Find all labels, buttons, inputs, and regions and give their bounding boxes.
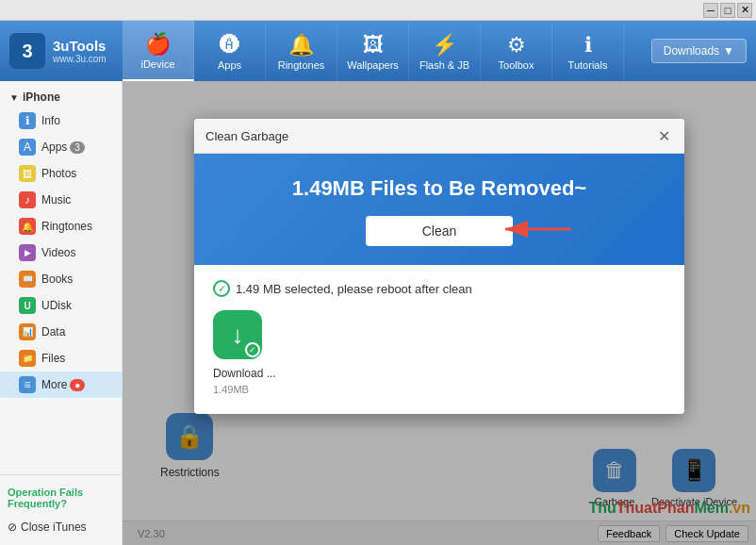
main-area: ▼ iPhone ℹ Info A Apps 3 🖼 Photos ♪ Musi…	[0, 81, 756, 545]
sidebar-item-data[interactable]: 📊 Data	[0, 319, 122, 345]
nav-tabs: 🍎 iDevice 🅐 Apps 🔔 Ringtones 🖼 Wallpaper…	[123, 21, 651, 81]
modal-close-button[interactable]: ✕	[654, 126, 673, 145]
ringtones-sidebar-icon: 🔔	[19, 218, 36, 235]
info-icon: ℹ	[19, 112, 36, 129]
selected-info: ✓ 1.49 MB selected, please reboot after …	[213, 280, 666, 297]
downloads-button[interactable]: Downloads ▼	[651, 39, 747, 63]
sidebar-books-label: Books	[41, 272, 73, 286]
dl-check-icon: ✓	[245, 342, 260, 357]
sidebar-item-books[interactable]: 📖 Books	[0, 266, 122, 292]
close-btn[interactable]: ✕	[737, 3, 752, 18]
tab-idevice-label: iDevice	[140, 58, 174, 70]
sidebar-udisk-label: UDisk	[41, 299, 72, 312]
books-icon: 📖	[19, 271, 36, 288]
tab-apps-label: Apps	[218, 59, 241, 71]
download-icon: ↓ ✓	[213, 310, 262, 359]
toolbox-icon: ⚙	[507, 33, 526, 58]
tab-tutorials-label: Tutorials	[568, 59, 608, 71]
modal-top-area: 1.49MB Files to Be Removed~ Clean	[194, 154, 684, 265]
header: 3 3uTools www.3u.com 🍎 iDevice 🅐 Apps 🔔 …	[0, 21, 756, 81]
sidebar-item-info[interactable]: ℹ Info	[0, 107, 122, 134]
sidebar-item-videos[interactable]: ▶ Videos	[0, 239, 122, 266]
dl-arrow-icon: ↓	[232, 321, 244, 350]
sidebar-videos-label: Videos	[41, 246, 75, 259]
tab-toolbox[interactable]: ⚙ Toolbox	[481, 21, 552, 81]
apps-sidebar-icon: A	[19, 139, 36, 156]
tab-ringtones-label: Ringtones	[278, 59, 325, 71]
op-fails-button[interactable]: Operation Fails Frequently?	[8, 483, 114, 513]
udisk-icon: U	[19, 297, 36, 314]
data-icon: 📊	[19, 323, 36, 340]
ringtones-icon: 🔔	[288, 33, 314, 58]
logo-text: 3uTools www.3u.com	[53, 38, 107, 64]
modal-body: ✓ 1.49 MB selected, please reboot after …	[194, 265, 684, 414]
downloads-arrow-icon: ▼	[723, 44, 734, 58]
tutorials-icon: ℹ	[584, 33, 592, 58]
tab-flash-jb[interactable]: ⚡ Flash & JB	[409, 21, 481, 81]
title-bar: ─ □ ✕	[0, 0, 756, 21]
tab-ringtones[interactable]: 🔔 Ringtones	[266, 21, 337, 81]
tab-tutorials[interactable]: ℹ Tutorials	[552, 21, 624, 81]
brand-name: 3uTools	[53, 38, 107, 54]
logo-icon: 3	[9, 33, 45, 69]
downloads-label: Downloads	[664, 44, 719, 58]
arrow-svg	[496, 212, 581, 246]
close-itunes-icon: ⊘	[8, 520, 17, 534]
sidebar-music-label: Music	[41, 193, 71, 206]
sidebar-info-label: Info	[41, 114, 60, 127]
sidebar-bottom: Operation Fails Frequently? ⊘ Close iTun…	[0, 474, 122, 545]
close-itunes-button[interactable]: ⊘ Close iTunes	[8, 517, 114, 537]
more-icon: ≡	[19, 376, 36, 393]
modal-title: Clean Garbage	[205, 129, 288, 143]
sidebar-device-label: iPhone	[23, 91, 60, 104]
selected-info-text: 1.49 MB selected, please reboot after cl…	[236, 282, 472, 296]
modal-overlay: Clean Garbage ✕ 1.49MB Files to Be Remov…	[123, 81, 756, 545]
download-size: 1.49MB	[213, 384, 249, 395]
more-badge: ●	[70, 379, 85, 391]
tab-apps[interactable]: 🅐 Apps	[194, 21, 266, 81]
apps-badge: 3	[70, 141, 85, 154]
sidebar-apps-label: Apps	[41, 140, 67, 154]
sidebar-device-header[interactable]: ▼ iPhone	[0, 87, 122, 107]
logo-area: 3 3uTools www.3u.com	[0, 33, 123, 69]
files-icon: 📁	[19, 350, 36, 367]
sidebar-item-ringtones[interactable]: 🔔 Ringtones	[0, 213, 122, 239]
download-item: ↓ ✓ Download ... 1.49MB	[213, 310, 666, 395]
red-arrow-indicator	[496, 212, 581, 250]
clean-button[interactable]: Clean	[366, 216, 514, 246]
modal-titlebar: Clean Garbage ✕	[194, 119, 684, 154]
sidebar-item-apps[interactable]: A Apps 3	[0, 134, 122, 160]
brand-site: www.3u.com	[53, 54, 107, 64]
minimize-btn[interactable]: ─	[703, 3, 718, 18]
sidebar-files-label: Files	[41, 352, 65, 365]
videos-icon: ▶	[19, 244, 36, 261]
tab-wallpapers[interactable]: 🖼 Wallpapers	[337, 21, 409, 81]
tab-flash-label: Flash & JB	[419, 59, 469, 71]
sidebar-item-udisk[interactable]: U UDisk	[0, 292, 122, 319]
close-itunes-label: Close iTunes	[21, 520, 87, 534]
sidebar-item-more[interactable]: ≡ More ●	[0, 372, 122, 398]
sidebar-photos-label: Photos	[41, 167, 76, 180]
check-circle-icon: ✓	[213, 280, 230, 297]
sidebar-more-label: More	[41, 378, 67, 391]
music-icon: ♪	[19, 191, 36, 208]
sidebar-item-files[interactable]: 📁 Files	[0, 345, 122, 372]
idevice-icon: 🍎	[145, 32, 171, 57]
wallpapers-icon: 🖼	[363, 33, 384, 58]
sidebar-data-label: Data	[41, 325, 65, 339]
modal-dialog: Clean Garbage ✕ 1.49MB Files to Be Remov…	[194, 119, 684, 414]
modal-headline: 1.49MB Files to Be Removed~	[213, 176, 666, 201]
content-area: 🔒 Restrictions 🗑 Garbage 📱 Deactivate iD…	[123, 81, 756, 545]
tab-toolbox-label: Toolbox	[499, 59, 534, 71]
maximize-btn[interactable]: □	[720, 3, 735, 18]
sidebar-item-photos[interactable]: 🖼 Photos	[0, 160, 122, 187]
sidebar-ringtones-label: Ringtones	[41, 220, 92, 233]
sidebar-arrow-icon: ▼	[9, 92, 19, 103]
sidebar-item-music[interactable]: ♪ Music	[0, 187, 122, 213]
sidebar-section: ▼ iPhone ℹ Info A Apps 3 🖼 Photos ♪ Musi…	[0, 81, 122, 404]
tab-idevice[interactable]: 🍎 iDevice	[123, 21, 194, 81]
photos-icon: 🖼	[19, 165, 36, 182]
flash-icon: ⚡	[432, 33, 457, 58]
tab-wallpapers-label: Wallpapers	[347, 59, 399, 71]
download-label: Download ...	[213, 367, 276, 380]
